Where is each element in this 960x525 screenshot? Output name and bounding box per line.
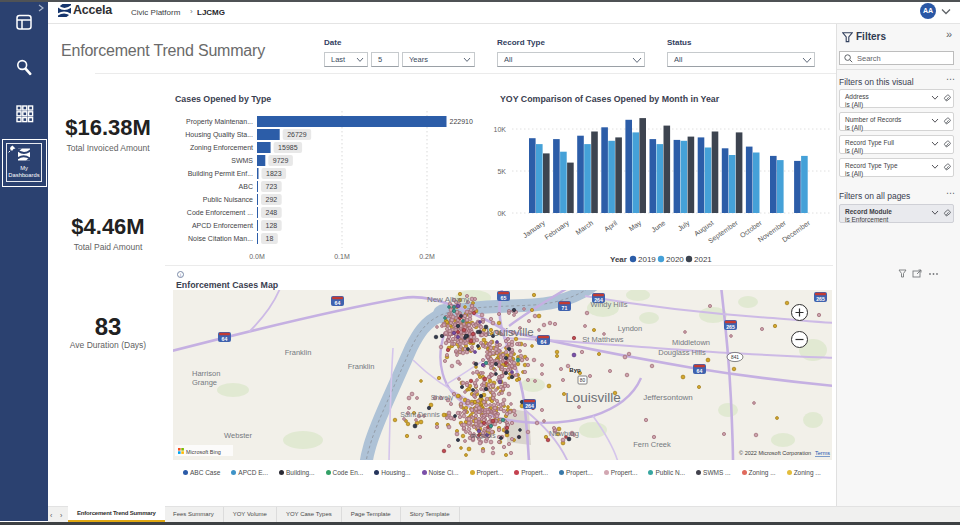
svg-text:Franklin: Franklin <box>285 348 312 357</box>
svg-text:© 2022 Microsoft Corporation: © 2022 Microsoft Corporation <box>739 450 811 456</box>
svg-text:Louisville: Louisville <box>565 390 621 405</box>
svg-text:2019: 2019 <box>638 255 656 264</box>
svg-text:Douglass Hills: Douglass Hills <box>658 348 706 357</box>
svg-text:Saint Dennis: Saint Dennis <box>400 411 440 418</box>
svg-text:Year: Year <box>610 255 627 264</box>
svg-text:265: 265 <box>726 324 735 330</box>
svg-text:Louisville: Louisville <box>486 326 533 338</box>
svg-text:Byp: Byp <box>569 367 581 373</box>
svg-text:15985: 15985 <box>278 144 298 151</box>
svg-text:Newburg: Newburg <box>549 429 579 438</box>
svg-text:Middletown: Middletown <box>672 338 710 347</box>
svg-text:80: 80 <box>580 378 586 383</box>
svg-text:SWMS: SWMS <box>231 157 253 164</box>
svg-text:Lyndon: Lyndon <box>618 324 642 333</box>
svg-text:APCD Enforcement: APCD Enforcement <box>192 222 253 229</box>
svg-text:0.0M: 0.0M <box>249 253 265 260</box>
svg-text:64: 64 <box>697 368 703 374</box>
svg-text:New Albany: New Albany <box>427 295 469 304</box>
svg-text:February: February <box>543 219 571 242</box>
svg-text:0.1M: 0.1M <box>334 253 350 260</box>
svg-text:Zoning Enforcement: Zoning Enforcement <box>190 144 253 152</box>
svg-text:2020: 2020 <box>666 255 684 264</box>
svg-text:Microsoft Bing: Microsoft Bing <box>186 449 221 455</box>
svg-text:Harrison: Harrison <box>192 369 220 378</box>
svg-text:Fern Creek: Fern Creek <box>633 440 671 449</box>
svg-text:723: 723 <box>266 183 278 190</box>
svg-text:26729: 26729 <box>287 131 307 138</box>
svg-text:5K: 5K <box>497 168 506 175</box>
svg-text:0.2M: 0.2M <box>419 253 435 260</box>
svg-text:ABC: ABC <box>239 183 253 190</box>
svg-text:Housing Quality Sta...: Housing Quality Sta... <box>185 131 253 139</box>
svg-text:2021: 2021 <box>694 255 712 264</box>
svg-text:Windy Hills: Windy Hills <box>590 300 627 309</box>
svg-text:248: 248 <box>266 209 278 216</box>
svg-text:March: March <box>574 219 594 236</box>
svg-text:Code Enforcement ...: Code Enforcement ... <box>187 209 253 216</box>
svg-text:0K: 0K <box>497 210 506 217</box>
svg-text:IROQUOIS: IROQUOIS <box>470 433 496 439</box>
svg-text:Franklin: Franklin <box>348 362 375 371</box>
svg-text:St Matthews: St Matthews <box>582 335 624 344</box>
svg-text:July: July <box>676 219 691 233</box>
svg-text:64: 64 <box>541 339 547 345</box>
svg-text:1823: 1823 <box>266 170 282 177</box>
svg-text:Grange: Grange <box>192 378 217 387</box>
svg-text:Jeffersontown: Jeffersontown <box>643 393 693 402</box>
svg-text:128: 128 <box>266 222 278 229</box>
svg-text:Property Maintenan...: Property Maintenan... <box>186 118 253 126</box>
svg-text:Public Nuisance: Public Nuisance <box>203 196 253 203</box>
svg-text:64: 64 <box>222 336 228 342</box>
svg-text:265: 265 <box>816 296 825 302</box>
svg-text:June: June <box>650 219 667 234</box>
svg-text:10K: 10K <box>494 126 507 133</box>
svg-text:18: 18 <box>266 235 274 242</box>
svg-text:9729: 9729 <box>273 157 289 164</box>
svg-text:Shively: Shively <box>431 394 454 402</box>
svg-text:May: May <box>628 219 644 233</box>
svg-text:Building Permit Enf...: Building Permit Enf... <box>188 170 253 178</box>
svg-text:Noise Citation Man...: Noise Citation Man... <box>188 235 253 242</box>
svg-text:Webster: Webster <box>224 431 252 440</box>
svg-text:264: 264 <box>525 403 534 409</box>
svg-text:65: 65 <box>501 295 507 301</box>
svg-text:April: April <box>603 219 619 234</box>
svg-text:64: 64 <box>335 300 341 306</box>
svg-text:841: 841 <box>731 355 739 360</box>
svg-text:71: 71 <box>562 305 568 311</box>
svg-text:292: 292 <box>266 196 278 203</box>
svg-text:Terms: Terms <box>815 450 830 456</box>
